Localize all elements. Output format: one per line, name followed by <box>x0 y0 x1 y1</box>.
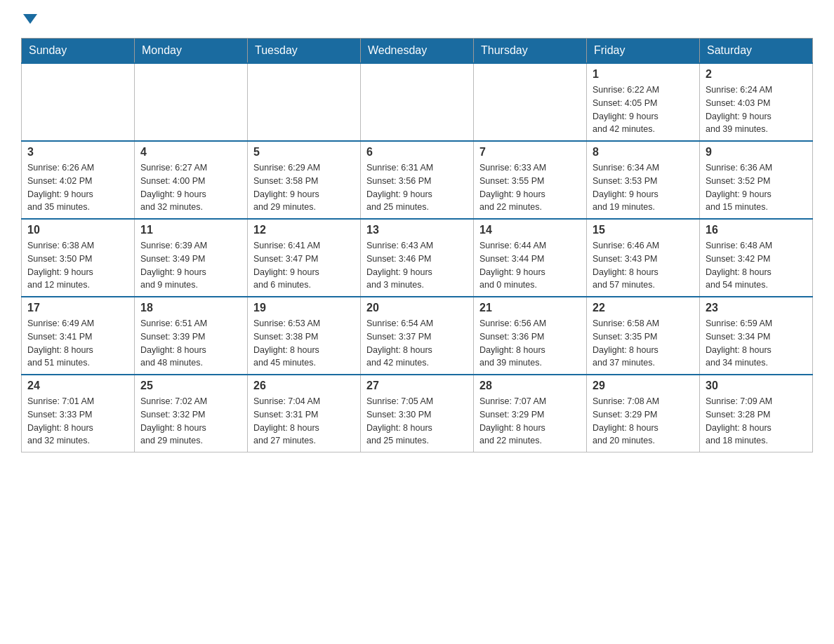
day-info: Sunrise: 6:56 AM Sunset: 3:36 PM Dayligh… <box>479 317 581 370</box>
weekday-header-thursday: Thursday <box>474 39 587 64</box>
calendar-cell: 20Sunrise: 6:54 AM Sunset: 3:37 PM Dayli… <box>361 297 474 375</box>
day-number: 12 <box>253 224 355 236</box>
week-row-3: 10Sunrise: 6:38 AM Sunset: 3:50 PM Dayli… <box>22 219 813 297</box>
calendar-cell: 14Sunrise: 6:44 AM Sunset: 3:44 PM Dayli… <box>474 219 587 297</box>
week-row-4: 17Sunrise: 6:49 AM Sunset: 3:41 PM Dayli… <box>22 297 813 375</box>
calendar-cell: 25Sunrise: 7:02 AM Sunset: 3:32 PM Dayli… <box>135 375 248 452</box>
week-row-2: 3Sunrise: 6:26 AM Sunset: 4:02 PM Daylig… <box>22 141 813 219</box>
day-info: Sunrise: 6:36 AM Sunset: 3:52 PM Dayligh… <box>706 161 807 214</box>
calendar-cell: 12Sunrise: 6:41 AM Sunset: 3:47 PM Dayli… <box>248 219 361 297</box>
header <box>21 14 813 24</box>
calendar-cell: 23Sunrise: 6:59 AM Sunset: 3:34 PM Dayli… <box>700 297 813 375</box>
day-info: Sunrise: 6:51 AM Sunset: 3:39 PM Dayligh… <box>140 317 241 370</box>
calendar-cell: 7Sunrise: 6:33 AM Sunset: 3:55 PM Daylig… <box>474 141 587 219</box>
day-info: Sunrise: 6:41 AM Sunset: 3:47 PM Dayligh… <box>253 239 355 292</box>
day-number: 2 <box>706 68 807 81</box>
day-number: 13 <box>366 224 468 236</box>
day-number: 6 <box>366 146 468 159</box>
day-number: 25 <box>140 380 241 392</box>
calendar-cell: 16Sunrise: 6:48 AM Sunset: 3:42 PM Dayli… <box>700 219 813 297</box>
weekday-header-tuesday: Tuesday <box>248 39 361 64</box>
calendar-cell <box>135 63 248 141</box>
calendar-cell <box>474 63 587 141</box>
day-info: Sunrise: 6:43 AM Sunset: 3:46 PM Dayligh… <box>366 239 468 292</box>
day-info: Sunrise: 6:22 AM Sunset: 4:05 PM Dayligh… <box>593 83 694 136</box>
calendar-cell: 11Sunrise: 6:39 AM Sunset: 3:49 PM Dayli… <box>135 219 248 297</box>
day-number: 8 <box>593 146 694 159</box>
calendar-cell: 18Sunrise: 6:51 AM Sunset: 3:39 PM Dayli… <box>135 297 248 375</box>
day-number: 19 <box>253 302 355 314</box>
calendar-cell: 30Sunrise: 7:09 AM Sunset: 3:28 PM Dayli… <box>700 375 813 452</box>
calendar-cell: 15Sunrise: 6:46 AM Sunset: 3:43 PM Dayli… <box>587 219 700 297</box>
calendar-cell: 22Sunrise: 6:58 AM Sunset: 3:35 PM Dayli… <box>587 297 700 375</box>
day-info: Sunrise: 6:27 AM Sunset: 4:00 PM Dayligh… <box>140 161 241 214</box>
day-info: Sunrise: 6:44 AM Sunset: 3:44 PM Dayligh… <box>479 239 581 292</box>
day-number: 27 <box>366 380 468 392</box>
day-info: Sunrise: 6:31 AM Sunset: 3:56 PM Dayligh… <box>366 161 468 214</box>
day-info: Sunrise: 6:49 AM Sunset: 3:41 PM Dayligh… <box>27 317 128 370</box>
calendar-cell: 3Sunrise: 6:26 AM Sunset: 4:02 PM Daylig… <box>22 141 135 219</box>
day-number: 30 <box>706 380 807 392</box>
day-info: Sunrise: 6:34 AM Sunset: 3:53 PM Dayligh… <box>593 161 694 214</box>
calendar-cell: 4Sunrise: 6:27 AM Sunset: 4:00 PM Daylig… <box>135 141 248 219</box>
calendar-cell: 28Sunrise: 7:07 AM Sunset: 3:29 PM Dayli… <box>474 375 587 452</box>
day-number: 20 <box>366 302 468 314</box>
calendar-cell: 13Sunrise: 6:43 AM Sunset: 3:46 PM Dayli… <box>361 219 474 297</box>
day-number: 28 <box>479 380 581 392</box>
day-info: Sunrise: 6:33 AM Sunset: 3:55 PM Dayligh… <box>479 161 581 214</box>
week-row-1: 1Sunrise: 6:22 AM Sunset: 4:05 PM Daylig… <box>22 63 813 141</box>
day-number: 29 <box>593 380 694 392</box>
day-info: Sunrise: 6:24 AM Sunset: 4:03 PM Dayligh… <box>706 83 807 136</box>
calendar-cell: 6Sunrise: 6:31 AM Sunset: 3:56 PM Daylig… <box>361 141 474 219</box>
weekday-header-friday: Friday <box>587 39 700 64</box>
day-number: 9 <box>706 146 807 159</box>
day-number: 16 <box>706 224 807 236</box>
calendar-cell: 5Sunrise: 6:29 AM Sunset: 3:58 PM Daylig… <box>248 141 361 219</box>
calendar-cell: 1Sunrise: 6:22 AM Sunset: 4:05 PM Daylig… <box>587 63 700 141</box>
calendar-cell: 8Sunrise: 6:34 AM Sunset: 3:53 PM Daylig… <box>587 141 700 219</box>
weekday-header-row: SundayMondayTuesdayWednesdayThursdayFrid… <box>22 39 813 64</box>
day-info: Sunrise: 6:39 AM Sunset: 3:49 PM Dayligh… <box>140 239 241 292</box>
calendar-cell: 29Sunrise: 7:08 AM Sunset: 3:29 PM Dayli… <box>587 375 700 452</box>
day-info: Sunrise: 6:53 AM Sunset: 3:38 PM Dayligh… <box>253 317 355 370</box>
day-info: Sunrise: 6:46 AM Sunset: 3:43 PM Dayligh… <box>593 239 694 292</box>
day-number: 11 <box>140 224 241 236</box>
day-number: 1 <box>593 68 694 81</box>
day-number: 26 <box>253 380 355 392</box>
day-info: Sunrise: 6:58 AM Sunset: 3:35 PM Dayligh… <box>593 317 694 370</box>
day-info: Sunrise: 6:59 AM Sunset: 3:34 PM Dayligh… <box>706 317 807 370</box>
week-row-5: 24Sunrise: 7:01 AM Sunset: 3:33 PM Dayli… <box>22 375 813 452</box>
day-number: 10 <box>27 224 128 236</box>
logo-triangle-icon <box>23 14 37 24</box>
day-number: 5 <box>253 146 355 159</box>
calendar-cell: 2Sunrise: 6:24 AM Sunset: 4:03 PM Daylig… <box>700 63 813 141</box>
day-info: Sunrise: 6:48 AM Sunset: 3:42 PM Dayligh… <box>706 239 807 292</box>
day-number: 24 <box>27 380 128 392</box>
calendar-cell: 27Sunrise: 7:05 AM Sunset: 3:30 PM Dayli… <box>361 375 474 452</box>
day-info: Sunrise: 6:54 AM Sunset: 3:37 PM Dayligh… <box>366 317 468 370</box>
day-info: Sunrise: 7:01 AM Sunset: 3:33 PM Dayligh… <box>27 395 128 448</box>
day-number: 14 <box>479 224 581 236</box>
weekday-header-sunday: Sunday <box>22 39 135 64</box>
weekday-header-monday: Monday <box>135 39 248 64</box>
day-number: 21 <box>479 302 581 314</box>
day-info: Sunrise: 6:26 AM Sunset: 4:02 PM Dayligh… <box>27 161 128 214</box>
calendar-table: SundayMondayTuesdayWednesdayThursdayFrid… <box>21 38 813 452</box>
weekday-header-saturday: Saturday <box>700 39 813 64</box>
calendar-cell <box>248 63 361 141</box>
calendar-cell: 19Sunrise: 6:53 AM Sunset: 3:38 PM Dayli… <box>248 297 361 375</box>
day-number: 4 <box>140 146 241 159</box>
day-info: Sunrise: 7:08 AM Sunset: 3:29 PM Dayligh… <box>593 395 694 448</box>
calendar-cell: 24Sunrise: 7:01 AM Sunset: 3:33 PM Dayli… <box>22 375 135 452</box>
day-number: 18 <box>140 302 241 314</box>
weekday-header-wednesday: Wednesday <box>361 39 474 64</box>
day-number: 23 <box>706 302 807 314</box>
logo <box>21 14 37 24</box>
day-info: Sunrise: 7:09 AM Sunset: 3:28 PM Dayligh… <box>706 395 807 448</box>
calendar-cell: 21Sunrise: 6:56 AM Sunset: 3:36 PM Dayli… <box>474 297 587 375</box>
calendar-cell: 10Sunrise: 6:38 AM Sunset: 3:50 PM Dayli… <box>22 219 135 297</box>
day-number: 17 <box>27 302 128 314</box>
calendar-cell: 9Sunrise: 6:36 AM Sunset: 3:52 PM Daylig… <box>700 141 813 219</box>
calendar-cell: 26Sunrise: 7:04 AM Sunset: 3:31 PM Dayli… <box>248 375 361 452</box>
day-number: 15 <box>593 224 694 236</box>
